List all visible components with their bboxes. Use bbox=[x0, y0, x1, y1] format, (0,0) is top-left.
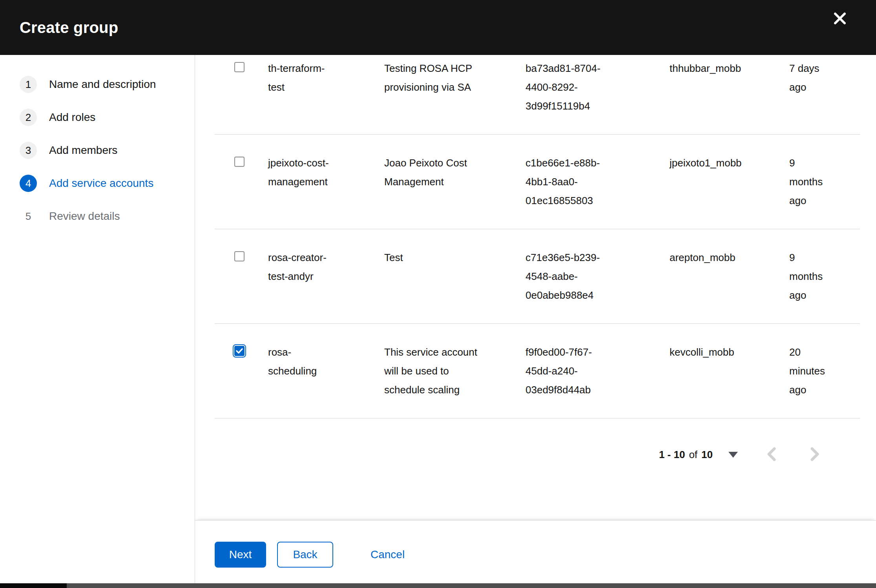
service-account-time-created: 9 months ago bbox=[789, 153, 829, 210]
service-account-time-created: 9 months ago bbox=[789, 248, 829, 305]
next-button[interactable]: Next bbox=[215, 542, 266, 568]
cell-description: Test bbox=[384, 248, 526, 305]
create-group-modal: Create group 1 Name and description 2 Ad… bbox=[0, 0, 876, 588]
cell-client-id: c1be66e1-e88b-4bb1-8aa0-01ec16855803 bbox=[526, 153, 670, 210]
service-account-name: jpeixoto-cost-management bbox=[268, 153, 338, 191]
modal-body: 1 Name and description 2 Add roles 3 Add… bbox=[0, 55, 876, 583]
wizard-content: th-terraform-test Testing ROSA HCP provi… bbox=[195, 55, 876, 583]
row-checkbox[interactable] bbox=[234, 62, 245, 72]
table-row: th-terraform-test Testing ROSA HCP provi… bbox=[215, 55, 860, 135]
wizard-step-number: 2 bbox=[20, 109, 37, 126]
wizard-step-label: Add members bbox=[49, 144, 117, 157]
wizard-steps: 1 Name and description 2 Add roles 3 Add… bbox=[0, 55, 195, 583]
close-icon bbox=[833, 12, 847, 26]
service-account-time-created: 20 minutes ago bbox=[789, 343, 829, 399]
chevron-right-icon bbox=[810, 446, 820, 463]
wizard-step-label: Name and description bbox=[49, 78, 156, 91]
cell-owner: kevcolli_mobb bbox=[670, 343, 789, 399]
modal-title: Create group bbox=[20, 19, 118, 37]
wizard-step-number: 5 bbox=[20, 208, 37, 225]
wizard-step-2[interactable]: 2 Add roles bbox=[20, 109, 195, 126]
service-account-owner: jpeixoto1_mobb bbox=[670, 153, 761, 172]
service-account-name: rosa-scheduling bbox=[268, 343, 338, 380]
service-account-client-id: ba73ad81-8704-4400-8292-3d99f15119b4 bbox=[526, 59, 611, 115]
service-account-description: This service account will be used to sch… bbox=[384, 343, 485, 399]
cell-time-created: 9 months ago bbox=[789, 248, 860, 305]
cell-client-id: ba73ad81-8704-4400-8292-3d99f15119b4 bbox=[526, 59, 670, 115]
pagination-prev-button[interactable] bbox=[762, 445, 781, 464]
wizard-step-5[interactable]: 5 Review details bbox=[20, 208, 195, 225]
wizard-step-number: 4 bbox=[20, 175, 37, 192]
table-row: jpeixoto-cost-management Joao Peixoto Co… bbox=[215, 135, 860, 229]
pagination-menu-caret-icon[interactable] bbox=[728, 452, 738, 458]
table-row: rosa-creator-test-andyr Test c71e36e5-b2… bbox=[215, 229, 860, 324]
service-accounts-table: th-terraform-test Testing ROSA HCP provi… bbox=[215, 55, 860, 418]
close-button[interactable] bbox=[829, 8, 851, 30]
wizard-step-label: Add roles bbox=[49, 111, 95, 124]
cell-client-id: f9f0ed00-7f67-45dd-a240-03ed9f8d44ab bbox=[526, 343, 670, 399]
cell-time-created: 20 minutes ago bbox=[789, 343, 860, 399]
cell-owner: thhubbar_mobb bbox=[670, 59, 789, 115]
cell-time-created: 7 days ago bbox=[789, 59, 860, 115]
service-account-owner: arepton_mobb bbox=[670, 248, 761, 267]
row-select-cell bbox=[215, 153, 268, 210]
row-checkbox[interactable] bbox=[234, 251, 245, 261]
cell-description: Joao Peixoto Cost Management bbox=[384, 153, 526, 210]
service-account-description: Test bbox=[384, 248, 485, 267]
row-select-cell bbox=[215, 248, 268, 305]
service-account-name: th-terraform-test bbox=[268, 59, 338, 97]
wizard-step-number: 1 bbox=[20, 76, 37, 93]
row-select-cell bbox=[215, 343, 268, 399]
wizard-step-label: Review details bbox=[49, 210, 120, 223]
cell-name: rosa-creator-test-andyr bbox=[268, 248, 384, 305]
wizard-step-label: Add service accounts bbox=[49, 177, 153, 190]
cell-name: jpeixoto-cost-management bbox=[268, 153, 384, 210]
pagination: 1 - 10 of 10 bbox=[195, 418, 876, 464]
cell-name: th-terraform-test bbox=[268, 59, 384, 115]
horizontal-scrollbar-thumb[interactable] bbox=[0, 583, 67, 588]
chevron-left-icon bbox=[766, 446, 777, 463]
pagination-next-button[interactable] bbox=[805, 445, 824, 464]
wizard-step-4[interactable]: 4 Add service accounts bbox=[20, 175, 195, 192]
wizard-step-number: 3 bbox=[20, 142, 37, 159]
service-account-name: rosa-creator-test-andyr bbox=[268, 248, 338, 286]
row-checkbox[interactable] bbox=[234, 346, 245, 356]
cell-description: Testing ROSA HCP provisioning via SA bbox=[384, 59, 526, 115]
table-row: rosa-scheduling This service account wil… bbox=[215, 324, 860, 418]
cell-time-created: 9 months ago bbox=[789, 153, 860, 210]
row-checkbox[interactable] bbox=[234, 157, 245, 167]
pagination-range: 1 - 10 bbox=[659, 449, 685, 461]
cell-owner: arepton_mobb bbox=[670, 248, 789, 305]
cancel-button[interactable]: Cancel bbox=[370, 542, 405, 568]
wizard-footer: Next Back Cancel bbox=[195, 520, 876, 583]
pagination-total: 10 bbox=[701, 449, 713, 461]
service-account-owner: kevcolli_mobb bbox=[670, 343, 761, 362]
service-account-description: Testing ROSA HCP provisioning via SA bbox=[384, 59, 485, 97]
pagination-of-label: of bbox=[689, 449, 697, 461]
horizontal-scrollbar[interactable] bbox=[0, 583, 876, 588]
row-select-cell bbox=[215, 59, 268, 115]
modal-header: Create group bbox=[0, 0, 876, 55]
wizard-step-3[interactable]: 3 Add members bbox=[20, 142, 195, 159]
cell-client-id: c71e36e5-b239-4548-aabe-0e0abeb988e4 bbox=[526, 248, 670, 305]
cell-description: This service account will be used to sch… bbox=[384, 343, 526, 399]
wizard-step-1[interactable]: 1 Name and description bbox=[20, 76, 195, 93]
back-button[interactable]: Back bbox=[277, 542, 333, 568]
service-account-client-id: c71e36e5-b239-4548-aabe-0e0abeb988e4 bbox=[526, 248, 611, 305]
service-account-client-id: c1be66e1-e88b-4bb1-8aa0-01ec16855803 bbox=[526, 153, 611, 210]
cell-owner: jpeixoto1_mobb bbox=[670, 153, 789, 210]
service-account-client-id: f9f0ed00-7f67-45dd-a240-03ed9f8d44ab bbox=[526, 343, 611, 399]
cell-name: rosa-scheduling bbox=[268, 343, 384, 399]
service-account-description: Joao Peixoto Cost Management bbox=[384, 153, 485, 191]
service-account-time-created: 7 days ago bbox=[789, 59, 829, 97]
service-account-owner: thhubbar_mobb bbox=[670, 59, 761, 78]
